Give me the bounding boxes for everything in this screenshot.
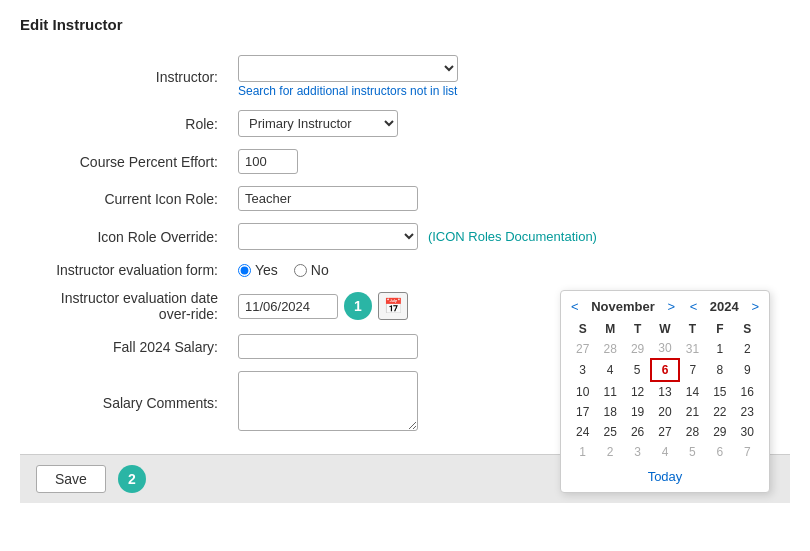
instructor-select[interactable] [238,55,458,82]
calendar-day[interactable]: 8 [706,359,733,381]
calendar-grid: S M T W T F S 27282930311234567891011121… [569,320,761,462]
calendar-day[interactable]: 22 [706,402,733,422]
calendar-week-4: 24252627282930 [569,422,761,442]
calendar-body: 2728293031123456789101112131415161718192… [569,338,761,462]
calendar-day[interactable]: 30 [651,338,678,359]
calendar-footer: Today [569,468,761,484]
eval-date-label: Instructor evaluation date over-ride: [20,284,230,328]
calendar-day[interactable]: 11 [596,381,623,402]
icon-override-row: Icon Role Override: (ICON Roles Document… [20,217,790,256]
calendar-day[interactable]: 15 [706,381,733,402]
calendar-day[interactable]: 3 [569,359,596,381]
calendar-day[interactable]: 23 [734,402,761,422]
calendar-icon: 📅 [384,297,403,315]
calendar-day[interactable]: 17 [569,402,596,422]
calendar-day[interactable]: 6 [706,442,733,462]
calendar-header: < November > < 2024 > [569,299,761,314]
effort-label: Course Percent Effort: [20,143,230,180]
instructor-label: Instructor: [20,49,230,104]
calendar-day[interactable]: 1 [569,442,596,462]
role-select[interactable]: Primary Instructor Secondary Instructor … [238,110,398,137]
calendar-day[interactable]: 20 [651,402,678,422]
calendar-day[interactable]: 25 [596,422,623,442]
page-title: Edit Instructor [20,16,790,33]
eval-date-input[interactable] [238,294,338,319]
current-icon-cell [230,180,790,217]
role-label: Role: [20,104,230,143]
calendar-day[interactable]: 21 [679,402,706,422]
calendar-day-headers: S M T W T F S [569,320,761,338]
calendar-popup: < November > < 2024 > S M T W T F S 2728… [560,290,770,493]
eval-no-label[interactable]: No [294,262,329,278]
calendar-day[interactable]: 5 [624,359,651,381]
calendar-day[interactable]: 4 [651,442,678,462]
current-icon-input[interactable] [238,186,418,211]
next-year-button[interactable]: > [749,299,761,314]
salary-comments-textarea[interactable] [238,371,418,431]
calendar-day[interactable]: 14 [679,381,706,402]
instructor-cell: Search for additional instructors not in… [230,49,790,104]
calendar-day[interactable]: 19 [624,402,651,422]
calendar-day[interactable]: 13 [651,381,678,402]
calendar-day[interactable]: 26 [624,422,651,442]
calendar-day[interactable]: 24 [569,422,596,442]
calendar-day[interactable]: 6 [651,359,678,381]
calendar-day[interactable]: 2 [734,338,761,359]
calendar-day[interactable]: 28 [679,422,706,442]
calendar-day[interactable]: 7 [679,359,706,381]
calendar-day[interactable]: 1 [706,338,733,359]
eval-yes-radio[interactable] [238,264,251,277]
icon-override-cell: (ICON Roles Documentation) [230,217,790,256]
calendar-week-5: 1234567 [569,442,761,462]
calendar-year-label: 2024 [710,299,739,314]
search-additional-link[interactable]: Search for additional instructors not in… [238,84,782,98]
page-container: Edit Instructor Instructor: Search for a… [0,0,810,519]
effort-cell [230,143,790,180]
calendar-day[interactable]: 31 [679,338,706,359]
prev-month-button[interactable]: < [569,299,581,314]
salary-label: Fall 2024 Salary: [20,328,230,365]
calendar-day[interactable]: 27 [569,338,596,359]
calendar-day[interactable]: 27 [651,422,678,442]
calendar-day[interactable]: 2 [596,442,623,462]
calendar-week-2: 10111213141516 [569,381,761,402]
calendar-day[interactable]: 4 [596,359,623,381]
eval-no-radio[interactable] [294,264,307,277]
eval-radio-group: Yes No [238,262,782,278]
role-row: Role: Primary Instructor Secondary Instr… [20,104,790,143]
eval-yes-text: Yes [255,262,278,278]
effort-input[interactable] [238,149,298,174]
next-month-button[interactable]: > [665,299,677,314]
day-header-sat: S [734,320,761,338]
today-link[interactable]: Today [648,469,683,484]
day-header-wed: W [651,320,678,338]
step-1-badge: 1 [344,292,372,320]
calendar-week-0: 272829303112 [569,338,761,359]
salary-input[interactable] [238,334,418,359]
calendar-day[interactable]: 16 [734,381,761,402]
calendar-day[interactable]: 3 [624,442,651,462]
calendar-month-label: November [591,299,655,314]
calendar-day[interactable]: 10 [569,381,596,402]
icon-roles-doc-link[interactable]: (ICON Roles Documentation) [428,229,597,244]
calendar-day[interactable]: 5 [679,442,706,462]
icon-override-select[interactable] [238,223,418,250]
calendar-day[interactable]: 30 [734,422,761,442]
calendar-open-button[interactable]: 📅 [378,292,408,320]
calendar-day[interactable]: 9 [734,359,761,381]
eval-yes-label[interactable]: Yes [238,262,278,278]
current-icon-row: Current Icon Role: [20,180,790,217]
calendar-week-3: 17181920212223 [569,402,761,422]
calendar-day[interactable]: 29 [706,422,733,442]
calendar-day[interactable]: 18 [596,402,623,422]
instructor-row: Instructor: Search for additional instru… [20,49,790,104]
calendar-day[interactable]: 28 [596,338,623,359]
calendar-day[interactable]: 7 [734,442,761,462]
icon-override-label: Icon Role Override: [20,217,230,256]
day-header-sun: S [569,320,596,338]
save-button[interactable]: Save [36,465,106,493]
calendar-day[interactable]: 12 [624,381,651,402]
calendar-day[interactable]: 29 [624,338,651,359]
prev-year-button[interactable]: < [688,299,700,314]
day-header-fri: F [706,320,733,338]
